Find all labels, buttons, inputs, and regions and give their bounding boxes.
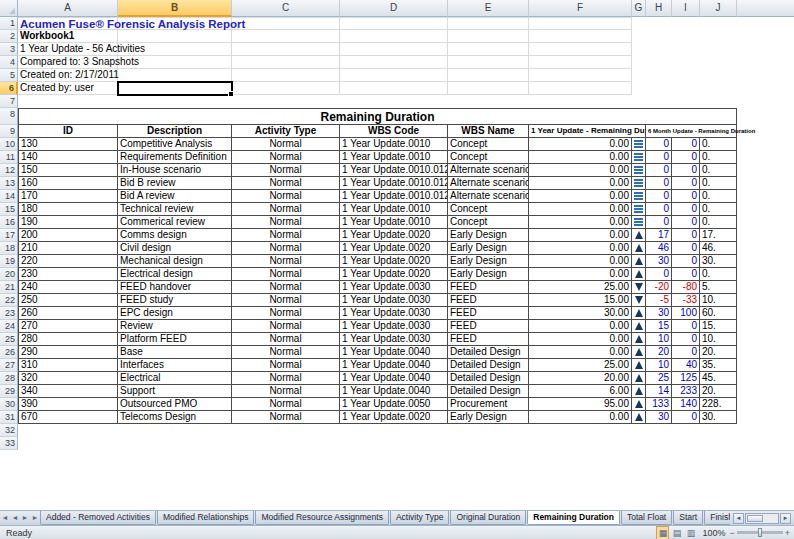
cell-activity-type[interactable]: Normal — [232, 229, 340, 242]
cell-delta-pct[interactable]: 100 — [672, 307, 700, 320]
cell-delta[interactable]: 0 — [646, 138, 672, 151]
zoom-level[interactable]: 100% — [701, 528, 725, 538]
cell-description[interactable]: FEED study — [118, 294, 232, 307]
cell-activity-type[interactable]: Normal — [232, 294, 340, 307]
cell-wbs-code[interactable]: 1 Year Update.0030 — [340, 320, 448, 333]
cell-E5[interactable] — [448, 69, 529, 82]
cell-wbs-name[interactable]: Early Design — [448, 242, 529, 255]
normal-view-icon[interactable]: ▦ — [656, 526, 669, 539]
cell-id-270[interactable]: 270 — [18, 320, 118, 333]
cell-trend[interactable] — [632, 320, 646, 333]
cell-year-update-value[interactable]: 0.00 — [529, 411, 632, 424]
row-header-20[interactable]: 20 — [0, 268, 18, 281]
cell-C6[interactable] — [232, 82, 340, 95]
cell-wbs-name[interactable]: FEED — [448, 307, 529, 320]
cell-A5[interactable]: Created on: 2/17/2011 — [18, 69, 118, 82]
cell-A1[interactable]: Acumen Fuse® Forensic Analysis Report — [18, 17, 118, 30]
cell-year-update-value[interactable]: 0.00 — [529, 229, 632, 242]
scroll-right-icon[interactable]: ► — [780, 513, 791, 524]
cell-activity-type[interactable]: Normal — [232, 177, 340, 190]
cell-wbs-code[interactable]: 1 Year Update.0020 — [340, 255, 448, 268]
cell-delta[interactable]: 14 — [646, 385, 672, 398]
cell-activity-type[interactable]: Normal — [232, 385, 340, 398]
cell-year-update-value[interactable]: 0.00 — [529, 138, 632, 151]
sheet-tab-modified-resource-assignments[interactable]: Modified Resource Assignments — [255, 511, 388, 525]
page-layout-view-icon[interactable]: ▤ — [670, 526, 683, 539]
row-header-3[interactable]: 3 — [0, 43, 18, 56]
cell-trend[interactable] — [632, 268, 646, 281]
cell-trend[interactable] — [632, 372, 646, 385]
cell-activity-type[interactable]: Normal — [232, 359, 340, 372]
cell-six-month-update-value[interactable]: 0. — [700, 177, 737, 190]
row-header-7[interactable]: 7 — [0, 95, 18, 108]
cell-wbs-code[interactable]: 1 Year Update.0010.0120 — [340, 190, 448, 203]
cell-description[interactable]: Review — [118, 320, 232, 333]
cell-description[interactable]: Telecoms Design — [118, 411, 232, 424]
cell-delta[interactable]: 0 — [646, 151, 672, 164]
cell-activity-type[interactable]: Normal — [232, 216, 340, 229]
cell-D2[interactable] — [340, 30, 448, 43]
cell-wbs-code[interactable]: 1 Year Update.0040 — [340, 385, 448, 398]
row-header-10[interactable]: 10 — [0, 138, 18, 151]
cell-wbs-name[interactable]: Alternate scenario — [448, 190, 529, 203]
sheet-tab-original-duration[interactable]: Original Duration — [450, 511, 526, 525]
cell-delta[interactable]: 0 — [646, 190, 672, 203]
cell-wbs-code[interactable]: 1 Year Update.0010.0120 — [340, 177, 448, 190]
cell-id-240[interactable]: 240 — [18, 281, 118, 294]
cell-id-340[interactable]: 340 — [18, 385, 118, 398]
cell-description[interactable]: Interfaces — [118, 359, 232, 372]
cell-year-update-value[interactable]: 0.00 — [529, 255, 632, 268]
cell-wbs-name[interactable]: Early Design — [448, 411, 529, 424]
cell-year-update-value[interactable]: 95.00 — [529, 398, 632, 411]
cell-activity-type[interactable]: Normal — [232, 346, 340, 359]
column-header-F[interactable]: F — [529, 0, 632, 17]
cell-delta[interactable]: 133 — [646, 398, 672, 411]
cell-year-update-value[interactable]: 0.00 — [529, 346, 632, 359]
cell-wbs-code[interactable]: 1 Year Update.0020 — [340, 268, 448, 281]
row-header-8[interactable]: 8 — [0, 108, 18, 125]
cell-wbs-name[interactable]: Early Design — [448, 255, 529, 268]
row-header-17[interactable]: 17 — [0, 229, 18, 242]
cell-six-month-update-value[interactable]: 10. — [700, 333, 737, 346]
cell-description[interactable]: Comms design — [118, 229, 232, 242]
cell-delta[interactable]: -20 — [646, 281, 672, 294]
cell-year-update-value[interactable]: 15.00 — [529, 294, 632, 307]
cell-year-update-value[interactable]: 0.00 — [529, 190, 632, 203]
cell-delta-pct[interactable]: 40 — [672, 359, 700, 372]
cell-delta[interactable]: 20 — [646, 346, 672, 359]
zoom-out-icon[interactable]: − — [729, 528, 734, 538]
cell-D6[interactable] — [340, 82, 448, 95]
cell-trend[interactable] — [632, 242, 646, 255]
row-header-11[interactable]: 11 — [0, 151, 18, 164]
cell-trend[interactable] — [632, 411, 646, 424]
row-header-2[interactable]: 2 — [0, 30, 18, 43]
cell-activity-type[interactable]: Normal — [232, 268, 340, 281]
row-header-1[interactable]: 1 — [0, 17, 18, 30]
row-header-21[interactable]: 21 — [0, 281, 18, 294]
sheet-tab-activity-type[interactable]: Activity Type — [390, 511, 450, 525]
cell-delta[interactable]: 30 — [646, 411, 672, 424]
table-header-wbs-name[interactable]: WBS Name — [448, 125, 529, 138]
cell-delta[interactable]: 25 — [646, 372, 672, 385]
cell-trend[interactable] — [632, 138, 646, 151]
cell-delta[interactable]: 30 — [646, 255, 672, 268]
select-all-button[interactable] — [0, 0, 18, 17]
cell-six-month-update-value[interactable]: 30. — [700, 255, 737, 268]
cell-activity-type[interactable]: Normal — [232, 411, 340, 424]
cell-id-320[interactable]: 320 — [18, 372, 118, 385]
cell-six-month-update-value[interactable]: 228. — [700, 398, 737, 411]
cell-six-month-update-value[interactable]: 20. — [700, 385, 737, 398]
cell-A2[interactable]: Workbook1 — [18, 30, 118, 43]
cell-delta-pct[interactable]: 0 — [672, 216, 700, 229]
cell-id-310[interactable]: 310 — [18, 359, 118, 372]
cell-wbs-name[interactable]: Procurement — [448, 398, 529, 411]
cell-activity-type[interactable]: Normal — [232, 151, 340, 164]
table-header-wbs-code[interactable]: WBS Code — [340, 125, 448, 138]
cell-wbs-name[interactable]: Early Design — [448, 268, 529, 281]
cell-delta-pct[interactable]: -80 — [672, 281, 700, 294]
cell-description[interactable]: FEED handover — [118, 281, 232, 294]
cell-delta[interactable]: -5 — [646, 294, 672, 307]
cell-trend[interactable] — [632, 333, 646, 346]
cell-year-update-value[interactable]: 0.00 — [529, 151, 632, 164]
cell-D3[interactable] — [340, 43, 448, 56]
